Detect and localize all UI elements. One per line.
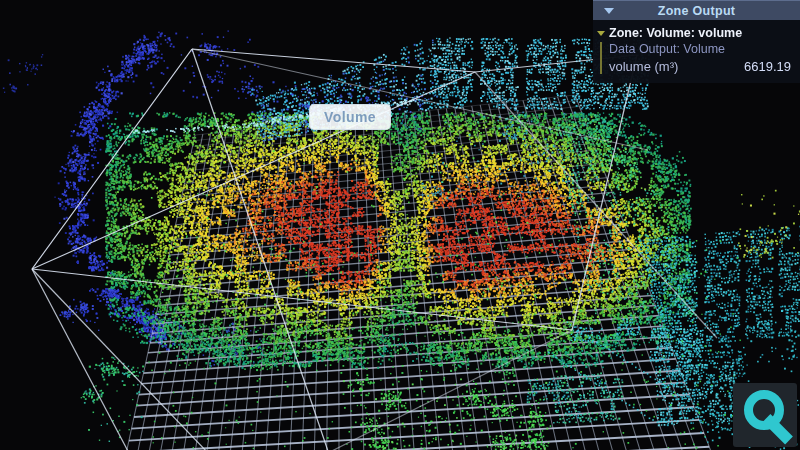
zone-row[interactable]: Zone: Volume: volume [597, 26, 791, 40]
collapse-panel-icon[interactable] [604, 8, 614, 14]
zone-expand-icon[interactable] [597, 31, 605, 36]
zone-row-label: Zone: Volume: volume [609, 26, 742, 40]
data-output-label: Data Output: Volume [609, 42, 791, 56]
zone-output-panel-header[interactable]: Zone Output [593, 0, 800, 20]
metric-label: volume (m³) [609, 59, 678, 74]
zone-output-panel-body: Zone: Volume: volume Data Output: Volume… [593, 20, 800, 83]
zone-volume-label[interactable]: Volume [309, 104, 391, 130]
vendor-logo [733, 383, 797, 447]
zone-volume-label-text: Volume [324, 109, 376, 125]
zone-output-panel: Zone Output Zone: Volume: volume Data Ou… [593, 0, 800, 83]
metric-row: volume (m³) 6619.19 [609, 59, 791, 74]
q-logo-icon [733, 383, 797, 447]
zone-sub-group: Data Output: Volume volume (m³) 6619.19 [600, 42, 791, 74]
metric-value: 6619.19 [744, 59, 791, 74]
panel-title: Zone Output [658, 4, 736, 18]
